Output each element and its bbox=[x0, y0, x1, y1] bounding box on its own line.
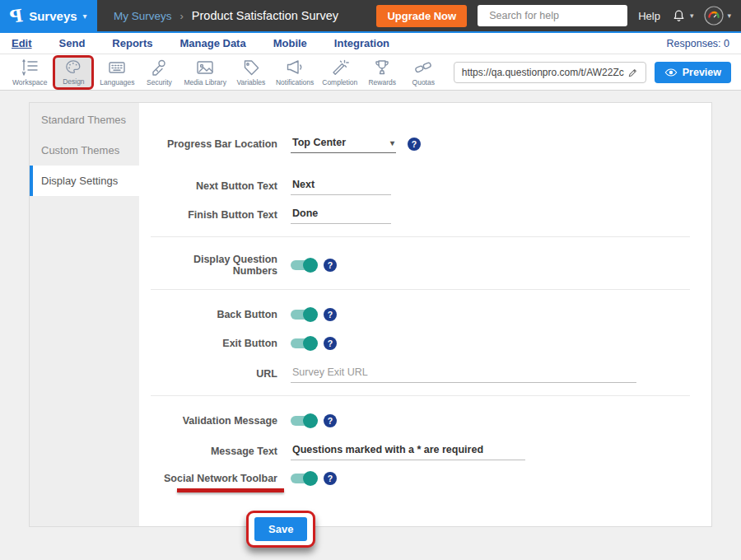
display-question-numbers-toggle[interactable] bbox=[291, 260, 315, 270]
trophy-icon bbox=[371, 58, 393, 77]
toggle-knob bbox=[303, 471, 318, 486]
exit-button-toggle[interactable] bbox=[291, 338, 315, 348]
toolbar-item-label: Rewards bbox=[368, 78, 396, 86]
save-button[interactable]: Save bbox=[254, 517, 307, 541]
toolbar-item-security[interactable]: Security bbox=[138, 55, 179, 90]
notifications-menu[interactable]: ▾ bbox=[671, 8, 694, 24]
product-name: Surveys bbox=[29, 9, 77, 23]
chevron-down-icon: ▾ bbox=[390, 138, 394, 147]
back-button-toggle[interactable] bbox=[291, 310, 315, 320]
survey-url-field[interactable]: https://qa.questionpro.com/t/AW22Zcq2J bbox=[454, 62, 646, 83]
progress-bar-location-value: Top Center bbox=[292, 137, 346, 148]
toolbar-item-completion[interactable]: Completion bbox=[318, 55, 361, 90]
help-icon[interactable]: ? bbox=[324, 259, 337, 272]
toolbar-item-media-library[interactable]: Media Library bbox=[179, 55, 231, 90]
display-question-numbers-label: Display Question Numbers bbox=[154, 254, 277, 277]
breadcrumb: My Surveys › Product Satisfaction Survey bbox=[97, 9, 338, 22]
keyboard-icon bbox=[106, 58, 128, 77]
toolbar-item-label: Workspace bbox=[12, 78, 47, 86]
toggle-knob bbox=[303, 307, 318, 322]
design-settings-card: Standard Themes Custom Themes Display Se… bbox=[29, 102, 712, 527]
red-box-annotation: Save bbox=[246, 511, 315, 548]
finish-button-text-row: Finish Button Text bbox=[154, 205, 690, 224]
toggle-knob bbox=[303, 413, 318, 428]
toolbar-item-rewards[interactable]: Rewards bbox=[361, 55, 403, 90]
nav-edit[interactable]: Edit bbox=[12, 35, 32, 51]
toolbar-item-quotas[interactable]: Quotas bbox=[403, 55, 444, 90]
red-underline-annotation bbox=[177, 488, 284, 492]
progress-bar-location-row: Progress Bar Location Top Center ▾ ? bbox=[154, 134, 690, 153]
toolbar-item-languages[interactable]: Languages bbox=[96, 55, 138, 90]
toolbar-item-label: Media Library bbox=[184, 78, 226, 86]
exit-url-input[interactable] bbox=[291, 364, 636, 383]
product-switcher[interactable]: P Surveys ▾ bbox=[0, 0, 97, 31]
social-network-toolbar-toggle[interactable] bbox=[291, 474, 315, 483]
social-network-toolbar-row: Social Network Toolbar ? bbox=[154, 473, 690, 492]
topbar-actions: Upgrade Now Help ▾ ▾ bbox=[376, 5, 741, 27]
sidebar-item-standard-themes[interactable]: Standard Themes bbox=[30, 105, 139, 135]
tag-icon bbox=[240, 58, 262, 77]
avatar bbox=[704, 6, 724, 26]
finish-button-text-input[interactable] bbox=[291, 205, 391, 224]
preview-label: Preview bbox=[683, 67, 721, 78]
help-icon[interactable]: ? bbox=[324, 414, 337, 427]
main-content: Standard Themes Custom Themes Display Se… bbox=[0, 91, 741, 527]
upgrade-now-button[interactable]: Upgrade Now bbox=[376, 5, 467, 27]
progress-bar-location-select[interactable]: Top Center ▾ bbox=[291, 134, 396, 153]
breadcrumb-my-surveys[interactable]: My Surveys bbox=[114, 10, 172, 22]
toolbar-item-label: Languages bbox=[100, 78, 134, 86]
toolbar-item-variables[interactable]: Variables bbox=[231, 55, 272, 90]
megaphone-icon bbox=[284, 58, 305, 77]
help-icon[interactable]: ? bbox=[324, 337, 337, 350]
breadcrumb-separator-icon: › bbox=[180, 10, 184, 22]
divider bbox=[151, 395, 690, 396]
toolbar-item-notifications[interactable]: Notifications bbox=[272, 55, 318, 90]
toolbar-item-label: Variables bbox=[237, 78, 266, 86]
chevron-down-icon: ▾ bbox=[727, 12, 731, 20]
toggle-knob bbox=[303, 258, 318, 273]
account-menu[interactable]: ▾ bbox=[704, 6, 731, 26]
validation-message-label: Validation Message bbox=[154, 415, 277, 427]
edit-url-button[interactable] bbox=[624, 65, 642, 80]
toggle-knob bbox=[303, 336, 318, 351]
toolbar-item-label: Design bbox=[63, 77, 84, 86]
sidebar-item-display-settings[interactable]: Display Settings bbox=[30, 166, 139, 196]
help-icon[interactable]: ? bbox=[408, 138, 421, 151]
nav-manage-data[interactable]: Manage Data bbox=[179, 35, 245, 51]
nav-reports[interactable]: Reports bbox=[112, 35, 152, 51]
help-search-box[interactable] bbox=[478, 5, 627, 26]
help-link[interactable]: Help bbox=[638, 10, 660, 22]
message-text-row: Message Text bbox=[154, 441, 690, 460]
help-search-input[interactable] bbox=[489, 10, 622, 21]
nav-mobile[interactable]: Mobile bbox=[273, 35, 307, 51]
toolbar-item-label: Quotas bbox=[412, 78, 435, 86]
preview-button[interactable]: Preview bbox=[655, 62, 731, 83]
toolbar-item-label: Security bbox=[147, 78, 172, 86]
design-palette-icon bbox=[63, 59, 84, 76]
display-question-numbers-row: Display Question Numbers ? bbox=[154, 254, 690, 277]
questionpro-logo-icon: P bbox=[9, 5, 25, 27]
progress-bar-location-label: Progress Bar Location bbox=[154, 138, 277, 150]
validation-message-toggle[interactable] bbox=[291, 416, 315, 426]
validation-message-row: Validation Message ? bbox=[154, 413, 690, 429]
responses-count[interactable]: Responses: 0 bbox=[667, 38, 729, 49]
toolbar-item-label: Notifications bbox=[276, 78, 314, 86]
nav-integration[interactable]: Integration bbox=[334, 35, 389, 51]
top-bar: P Surveys ▾ My Surveys › Product Satisfa… bbox=[0, 0, 741, 33]
message-text-input[interactable] bbox=[291, 441, 525, 460]
next-button-text-input[interactable] bbox=[291, 176, 391, 195]
survey-url-value: https://qa.questionpro.com/t/AW22Zcq2J bbox=[462, 67, 624, 78]
sidebar-item-custom-themes[interactable]: Custom Themes bbox=[30, 135, 139, 166]
message-text-label: Message Text bbox=[154, 446, 277, 457]
toolbar-item-design[interactable]: Design bbox=[53, 55, 94, 90]
toolbar-item-workspace[interactable]: Workspace bbox=[8, 55, 51, 90]
chain-icon bbox=[412, 58, 434, 77]
nav-send[interactable]: Send bbox=[59, 35, 86, 51]
design-sidebar: Standard Themes Custom Themes Display Se… bbox=[30, 103, 139, 526]
help-icon[interactable]: ? bbox=[324, 308, 337, 321]
workspace-icon bbox=[19, 58, 40, 77]
next-button-text-label: Next Button Text bbox=[154, 180, 277, 192]
divider bbox=[151, 236, 690, 237]
help-icon[interactable]: ? bbox=[324, 472, 337, 485]
bell-icon bbox=[671, 8, 687, 24]
